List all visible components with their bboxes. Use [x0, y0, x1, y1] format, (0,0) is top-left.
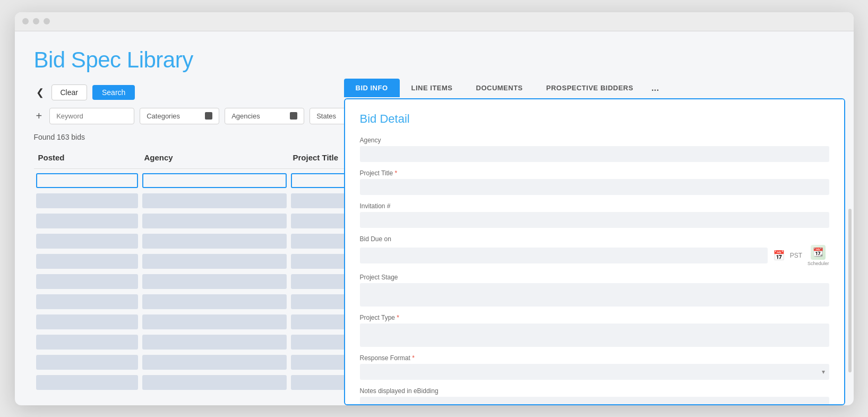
- col-posted: Posted: [34, 151, 140, 164]
- row-cell: [36, 294, 138, 309]
- bid-due-row: 📅 PST 📆 Scheduler: [360, 245, 829, 266]
- traffic-light-maximize[interactable]: [44, 18, 50, 24]
- row-cell: [142, 375, 287, 390]
- row-cell: [142, 254, 287, 269]
- required-marker: *: [397, 314, 399, 321]
- notes-field[interactable]: [360, 397, 829, 405]
- traffic-light-minimize[interactable]: [33, 18, 39, 24]
- tab-more[interactable]: ...: [645, 78, 666, 98]
- notes-label: Notes displayed in eBidding: [360, 387, 829, 395]
- invitation-group: Invitation #: [360, 202, 829, 228]
- agencies-filter[interactable]: Agencies: [225, 108, 304, 124]
- agency-group: Agency: [360, 137, 829, 162]
- add-filter-button[interactable]: +: [34, 109, 45, 123]
- row-cell: [36, 335, 138, 350]
- row-cell: [142, 234, 287, 249]
- calendar-icon[interactable]: 📅: [773, 250, 785, 261]
- notes-group: Notes displayed in eBidding: [360, 387, 829, 405]
- scheduler-icon: 📆: [811, 245, 826, 260]
- row-cell: [36, 375, 138, 390]
- tab-bid-info[interactable]: BID INFO: [344, 79, 400, 97]
- tab-line-items[interactable]: LINE ITEMS: [400, 79, 465, 97]
- project-stage-label: Project Stage: [360, 274, 829, 281]
- main-window: Bid Spec Library ❮ Clear Search + Catego…: [15, 12, 854, 405]
- bid-detail-panel: Bid Detail Agency Project Title * In: [344, 98, 845, 405]
- bid-due-field[interactable]: [360, 248, 768, 263]
- row-cell: [36, 234, 138, 249]
- row-cell: [36, 274, 138, 289]
- row-cell: [142, 214, 287, 228]
- project-stage-group: Project Stage: [360, 274, 829, 307]
- project-type-field[interactable]: [360, 324, 829, 347]
- row-cell: [36, 355, 138, 370]
- project-title-group: Project Title *: [360, 169, 829, 195]
- tabs-bar: BID INFO LINE ITEMS DOCUMENTS PROSPECTIV…: [344, 78, 854, 98]
- project-stage-field[interactable]: [360, 283, 829, 307]
- response-format-field[interactable]: [360, 364, 829, 380]
- scrollbar[interactable]: [848, 209, 852, 372]
- agency-field[interactable]: [360, 146, 829, 162]
- required-marker: *: [412, 354, 415, 362]
- window-content: Bid Spec Library ❮ Clear Search + Catego…: [15, 31, 854, 405]
- row-cell: [142, 314, 287, 329]
- categories-filter[interactable]: Categories: [140, 108, 219, 124]
- row-cell: [142, 355, 287, 370]
- project-type-group: Project Type *: [360, 314, 829, 347]
- row-cell: [36, 254, 138, 269]
- overlay-panel: BID INFO LINE ITEMS DOCUMENTS PROSPECTIV…: [344, 78, 854, 405]
- scheduler-button[interactable]: 📆 Scheduler: [807, 245, 829, 266]
- row-cell: [142, 335, 287, 350]
- page-title: Bid Spec Library: [34, 47, 835, 73]
- project-title-label: Project Title *: [360, 169, 829, 177]
- response-format-wrapper: ▾: [360, 364, 829, 380]
- invitation-field[interactable]: [360, 212, 829, 228]
- bid-due-label: Bid Due on: [360, 235, 829, 243]
- row-cell: [142, 294, 287, 309]
- collapse-button[interactable]: ❮: [34, 86, 46, 99]
- row-cell: [36, 193, 138, 208]
- scheduler-label: Scheduler: [807, 261, 829, 266]
- keyword-input[interactable]: [49, 108, 134, 124]
- agencies-icon: [290, 112, 297, 120]
- traffic-light-close[interactable]: [22, 18, 29, 24]
- col-agency: Agency: [140, 151, 289, 164]
- row-cell-posted: [36, 173, 138, 188]
- required-marker: *: [395, 169, 398, 177]
- row-cell: [36, 314, 138, 329]
- row-cell: [142, 274, 287, 289]
- row-cell: [36, 214, 138, 228]
- response-format-group: Response Format * ▾: [360, 354, 829, 380]
- categories-icon: [205, 112, 212, 120]
- row-cell: [142, 193, 287, 208]
- clear-button[interactable]: Clear: [51, 84, 87, 100]
- pst-label: PST: [790, 252, 802, 259]
- bid-due-group: Bid Due on 📅 PST 📆 Scheduler: [360, 235, 829, 266]
- project-type-label: Project Type *: [360, 314, 829, 321]
- response-format-label: Response Format *: [360, 354, 829, 362]
- project-title-field[interactable]: [360, 179, 829, 195]
- tab-documents[interactable]: DOCUMENTS: [465, 79, 535, 97]
- titlebar: [15, 12, 854, 31]
- bid-detail-title: Bid Detail: [360, 112, 829, 126]
- tab-prospective-bidders[interactable]: PROSPECTIVE BIDDERS: [535, 79, 645, 97]
- search-button[interactable]: Search: [92, 85, 135, 100]
- invitation-label: Invitation #: [360, 202, 829, 210]
- row-cell-agency: [142, 173, 287, 188]
- agency-label: Agency: [360, 137, 829, 144]
